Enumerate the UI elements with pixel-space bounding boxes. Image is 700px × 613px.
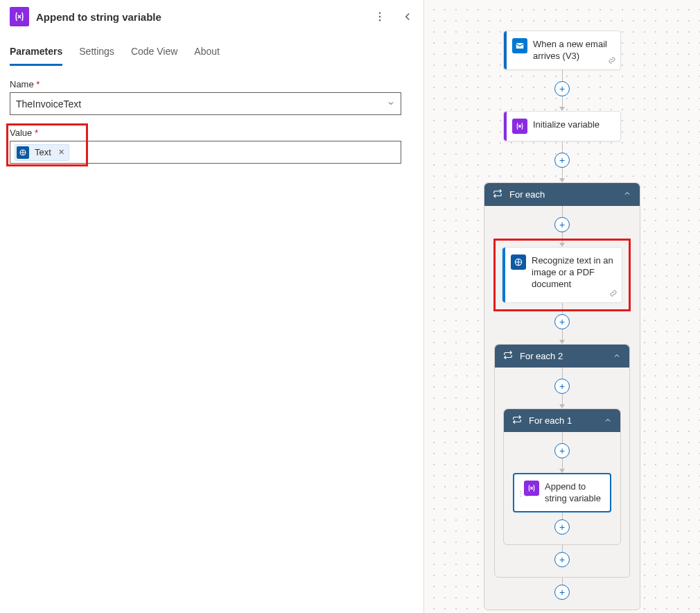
add-step-button[interactable]: + <box>554 217 570 232</box>
for-each-2-header[interactable]: For each 2 <box>495 345 629 368</box>
node-label: Append to string variable <box>545 481 604 505</box>
more-button[interactable] <box>369 8 390 26</box>
add-step-button[interactable]: + <box>554 81 570 96</box>
token-text[interactable]: Text ✕ <box>15 144 69 161</box>
properties-panel: Append to string variable Parameters Set… <box>0 0 424 613</box>
flow-canvas[interactable]: When a new email arrives (V3) + Initiali… <box>424 0 700 613</box>
panel-title: Append to string variable <box>36 11 362 23</box>
node-label: When a new email arrives (V3) <box>533 38 613 62</box>
token-label: Text <box>33 147 53 157</box>
parameters-form: Name * TheInvoiceText Value * <box>0 67 423 176</box>
loop-icon <box>512 415 522 426</box>
loop-icon <box>503 350 513 362</box>
node-for-each-2: For each 2 + For e <box>494 344 630 578</box>
node-recognize-text[interactable]: Recognize text in an image or a PDF docu… <box>502 247 622 304</box>
svg-point-0 <box>379 12 380 14</box>
svg-point-2 <box>379 19 380 21</box>
add-step-button[interactable]: + <box>554 153 570 168</box>
name-value: TheInvoiceText <box>16 98 387 110</box>
chevron-up-icon <box>623 189 631 200</box>
panel-tabs: Parameters Settings Code View About <box>0 33 423 67</box>
for-each-header[interactable]: For each <box>484 183 640 206</box>
add-step-button[interactable]: + <box>554 552 570 567</box>
chevron-up-icon <box>613 351 621 362</box>
tab-about[interactable]: About <box>194 46 220 66</box>
panel-header: Append to string variable <box>0 0 423 33</box>
node-for-each-1: For each 1 + ⋮⋮ <box>503 408 621 545</box>
for-each-1-header[interactable]: For each 1 <box>504 409 620 432</box>
value-label: Value * <box>10 128 414 138</box>
token-remove[interactable]: ✕ <box>57 148 66 157</box>
ocr-token-icon <box>17 146 29 159</box>
node-append-to-string[interactable]: ⋮⋮ Append to string variable <box>513 473 611 512</box>
svg-point-1 <box>379 16 380 17</box>
node-email-trigger[interactable]: When a new email arrives (V3) <box>503 31 621 70</box>
tab-settings[interactable]: Settings <box>79 46 114 66</box>
link-icon <box>608 55 616 67</box>
name-label-text: Name <box>10 79 34 89</box>
add-step-button[interactable]: + <box>554 519 570 535</box>
tab-code-view[interactable]: Code View <box>131 46 177 66</box>
node-label: Recognize text in an image or a PDF docu… <box>532 254 615 291</box>
outlook-icon <box>512 38 527 53</box>
ocr-icon <box>511 254 526 270</box>
name-select[interactable]: TheInvoiceText <box>10 92 401 115</box>
drag-handle-icon[interactable]: ⋮⋮ <box>517 489 530 497</box>
loop-icon <box>493 189 502 200</box>
add-step-button[interactable]: + <box>554 585 570 600</box>
tab-parameters[interactable]: Parameters <box>10 46 62 66</box>
value-input[interactable]: Text ✕ <box>10 141 401 164</box>
value-label-text: Value <box>10 128 32 138</box>
variable-icon <box>10 7 29 26</box>
variable-icon <box>512 119 527 134</box>
chevron-up-icon <box>604 415 612 426</box>
add-step-button[interactable]: + <box>554 443 570 458</box>
add-step-button[interactable]: + <box>554 314 570 329</box>
name-label: Name * <box>10 79 414 89</box>
chevron-down-icon <box>387 98 395 110</box>
node-initialize-variable[interactable]: Initialize variable <box>503 111 621 141</box>
add-step-button[interactable]: + <box>554 379 570 394</box>
link-icon <box>609 288 618 300</box>
node-for-each: For each + <box>484 182 640 610</box>
for-each-1-label: For each 1 <box>529 415 597 426</box>
collapse-button[interactable] <box>397 8 418 26</box>
for-each-2-label: For each 2 <box>520 351 606 361</box>
for-each-label: For each <box>509 189 616 200</box>
node-label: Initialize variable <box>533 119 600 131</box>
